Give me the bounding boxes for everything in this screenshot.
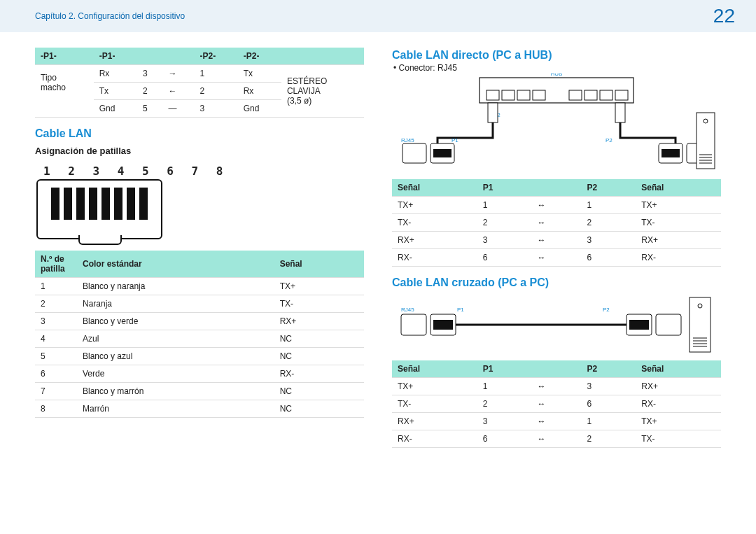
page-header: Capítulo 2. Configuración del dispositiv… bbox=[0, 0, 756, 32]
svg-rect-12 bbox=[615, 103, 625, 122]
cell: TX+ bbox=[636, 413, 721, 430]
txt: macho bbox=[41, 83, 66, 92]
th bbox=[531, 179, 581, 197]
cell bbox=[35, 100, 94, 118]
cell: NC bbox=[274, 400, 364, 418]
cell: TX- bbox=[274, 295, 364, 313]
bullet-connector: • Conector: RJ45 bbox=[393, 63, 721, 73]
svg-rect-13 bbox=[402, 143, 426, 163]
chapter-title: Capítulo 2. Configuración del dispositiv… bbox=[35, 11, 185, 21]
cell: RX+ bbox=[392, 232, 477, 249]
page-number: 22 bbox=[713, 5, 735, 27]
cell: 5 bbox=[35, 348, 77, 365]
cell: 6 bbox=[477, 249, 532, 267]
cell: RX- bbox=[636, 249, 721, 267]
cell: NC bbox=[274, 348, 364, 365]
cell: ↔ bbox=[531, 395, 581, 413]
svg-rect-28 bbox=[401, 314, 426, 335]
cell: ↔ bbox=[531, 413, 581, 430]
cell: Tipo macho bbox=[35, 65, 94, 100]
cell: 3 bbox=[581, 232, 636, 249]
cell: TX- bbox=[636, 430, 721, 448]
cell: 1 bbox=[35, 278, 77, 295]
direct-lan-diagram: HUB P2 P1 RJ45 P bbox=[392, 77, 721, 175]
th bbox=[531, 360, 581, 378]
cell: 3 bbox=[194, 100, 237, 118]
cell: 3 bbox=[137, 65, 163, 83]
cross-lan-diagram: RJ45 P1 P2 bbox=[392, 293, 721, 356]
cell: 1 bbox=[194, 65, 237, 83]
cell: RX- bbox=[392, 249, 477, 267]
th: -P1- bbox=[35, 48, 94, 65]
cell: RX- bbox=[636, 395, 721, 413]
cell: 2 bbox=[194, 83, 237, 100]
pin-numbers: 1 2 3 4 5 6 7 8 bbox=[36, 164, 364, 178]
th: Señal bbox=[636, 360, 721, 378]
cell: TX- bbox=[636, 214, 721, 232]
cell: Marrón bbox=[77, 400, 274, 418]
svg-rect-30 bbox=[433, 320, 453, 330]
cell: 6 bbox=[35, 365, 77, 383]
cell: 5 bbox=[137, 100, 163, 118]
cell: TX+ bbox=[274, 278, 364, 295]
svg-rect-8 bbox=[615, 90, 628, 100]
th: Señal bbox=[392, 179, 477, 197]
cell: 4 bbox=[35, 330, 77, 348]
cell: Blanco y verde bbox=[77, 313, 274, 330]
svg-text:P2: P2 bbox=[603, 307, 610, 313]
th: P1 bbox=[477, 179, 532, 197]
svg-text:RJ45: RJ45 bbox=[401, 307, 414, 313]
cell: 2 bbox=[137, 83, 163, 100]
stereo-plug-table: -P1- -P1- -P2- -P2- Tipo macho Rx 3 → 1 … bbox=[35, 48, 364, 118]
cell: 7 bbox=[35, 383, 77, 400]
th: -P1- bbox=[94, 48, 163, 65]
cell: Rx bbox=[238, 83, 281, 100]
cell: TX- bbox=[392, 395, 477, 413]
cell: TX+ bbox=[392, 378, 477, 395]
cell: → bbox=[162, 65, 194, 83]
cell: — bbox=[162, 100, 194, 118]
cell: 6 bbox=[581, 395, 636, 413]
cell: Tx bbox=[94, 83, 137, 100]
cell: 3 bbox=[35, 313, 77, 330]
svg-rect-7 bbox=[600, 90, 612, 100]
svg-rect-15 bbox=[433, 149, 451, 157]
cell: ↔ bbox=[531, 249, 581, 267]
th: Señal bbox=[636, 179, 721, 197]
section-cable-lan: Cable LAN bbox=[35, 127, 364, 140]
cell: Tx bbox=[238, 65, 281, 83]
cell: Azul bbox=[77, 330, 274, 348]
txt: CLAVIJA bbox=[287, 86, 321, 96]
th: P2 bbox=[581, 179, 636, 197]
cell: RX+ bbox=[392, 413, 477, 430]
cell: 1 bbox=[581, 197, 636, 214]
txt: Tipo bbox=[41, 73, 57, 83]
cell: Gnd bbox=[238, 100, 281, 118]
th: P2 bbox=[581, 360, 636, 378]
rj45-pin-diagram: 1 2 3 4 5 6 7 8 bbox=[36, 164, 364, 239]
cell: 2 bbox=[581, 430, 636, 448]
th: -P2- bbox=[238, 48, 364, 65]
cell: 2 bbox=[581, 214, 636, 232]
cross-lan-table: Señal P1 P2 Señal TX+1↔3RX+TX-2↔6RX-RX+3… bbox=[392, 360, 721, 448]
cell: ↔ bbox=[531, 378, 581, 395]
section-cross-lan: Cable LAN cruzado (PC a PC) bbox=[392, 276, 721, 289]
txt: (3,5 ø) bbox=[287, 96, 312, 106]
svg-text:RJ45: RJ45 bbox=[401, 137, 414, 143]
cell: 1 bbox=[477, 378, 532, 395]
th: Señal bbox=[274, 251, 364, 278]
th: Color estándar bbox=[77, 251, 274, 278]
th bbox=[162, 48, 194, 65]
cell: NC bbox=[274, 383, 364, 400]
txt: ESTÉREO bbox=[287, 76, 327, 86]
cell: RX+ bbox=[636, 232, 721, 249]
cell: ← bbox=[162, 83, 194, 100]
svg-rect-6 bbox=[584, 90, 597, 100]
svg-rect-20 bbox=[662, 149, 680, 157]
cell: Blanco y naranja bbox=[77, 278, 274, 295]
th: N.º de patilla bbox=[35, 251, 77, 278]
th: Señal bbox=[392, 360, 477, 378]
cell: RX- bbox=[274, 365, 364, 383]
cell: 1 bbox=[581, 413, 636, 430]
svg-text:P1: P1 bbox=[451, 137, 458, 143]
